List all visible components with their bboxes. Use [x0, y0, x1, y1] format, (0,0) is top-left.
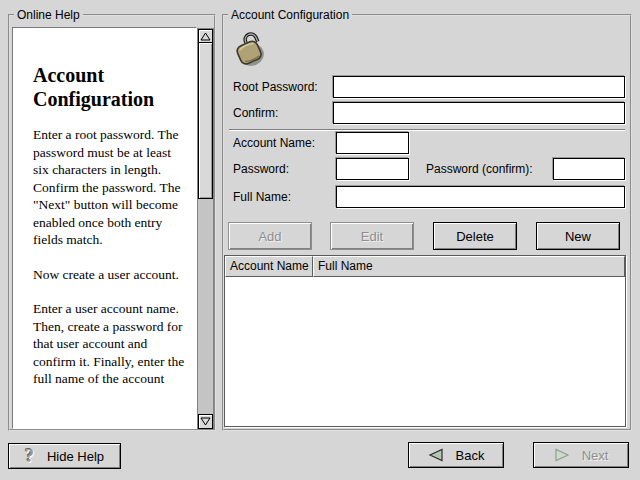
help-paragraph: Enter a user account name. Then, create … — [33, 300, 188, 388]
back-label: Back — [456, 448, 485, 463]
column-header-full-name[interactable]: Full Name — [313, 256, 625, 277]
help-paragraph: Now create a user account. — [33, 266, 188, 284]
question-mark-icon: ? — [25, 447, 34, 465]
confirm-password-field[interactable] — [333, 102, 625, 124]
back-button[interactable]: Back — [408, 442, 504, 468]
help-paragraph: Enter a root password. The password must… — [33, 126, 188, 249]
account-name-label: Account Name: — [233, 132, 315, 154]
user-password-label: Password: — [233, 158, 289, 180]
add-button[interactable]: Add — [228, 222, 312, 250]
section-separator — [229, 129, 625, 131]
back-arrow-icon — [428, 448, 444, 462]
hide-help-label: Hide Help — [47, 449, 104, 464]
next-arrow-icon — [554, 448, 570, 462]
root-password-label: Root Password: — [233, 76, 318, 98]
scroll-down-button[interactable] — [198, 414, 213, 429]
scrollbar-thumb[interactable] — [198, 42, 213, 199]
full-name-label: Full Name: — [233, 186, 291, 208]
full-name-field[interactable] — [336, 186, 625, 208]
scroll-up-button[interactable] — [198, 29, 213, 43]
root-password-field[interactable] — [333, 76, 625, 98]
account-name-field[interactable] — [336, 132, 409, 154]
help-text-panel: Account Configuration Enter a root passw… — [12, 27, 197, 429]
help-heading: Account Configuration — [33, 63, 188, 111]
user-password-field[interactable] — [336, 158, 409, 180]
accounts-table-body[interactable] — [225, 277, 625, 426]
edit-button[interactable]: Edit — [330, 222, 414, 250]
user-password-confirm-label: Password (confirm): — [426, 158, 533, 180]
help-scrollbar[interactable] — [197, 28, 214, 430]
accounts-table-header: Account Name Full Name — [225, 256, 625, 277]
delete-button[interactable]: Delete — [433, 222, 517, 250]
padlock-icon — [228, 31, 268, 69]
next-button[interactable]: Next — [533, 442, 629, 468]
accounts-table: Account Name Full Name — [224, 255, 626, 427]
next-label: Next — [582, 448, 609, 463]
new-button[interactable]: New — [536, 222, 620, 250]
installer-window: Online Help Account Configuration Enter … — [0, 0, 640, 480]
hide-help-button[interactable]: ? Hide Help — [8, 443, 121, 469]
up-arrow-icon — [200, 32, 211, 41]
account-configuration-frame-label: Account Configuration — [228, 8, 352, 22]
down-arrow-icon — [200, 417, 211, 426]
online-help-frame-label: Online Help — [14, 8, 83, 22]
column-header-account-name[interactable]: Account Name — [225, 256, 313, 277]
confirm-password-label: Confirm: — [233, 102, 278, 124]
help-content: Account Configuration Enter a root passw… — [13, 28, 196, 388]
user-password-confirm-field[interactable] — [553, 158, 625, 180]
